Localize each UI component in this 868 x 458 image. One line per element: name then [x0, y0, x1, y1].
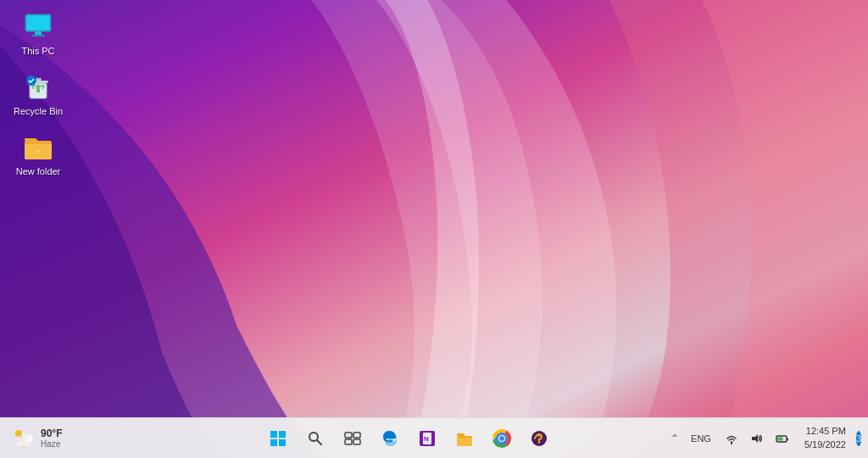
clock[interactable]: 12:45 PM 5/19/2022 [799, 423, 851, 453]
svg-point-38 [499, 436, 504, 441]
svg-text:N: N [424, 435, 429, 443]
language-indicator[interactable]: ENG [687, 432, 715, 445]
desktop-icon-recycle-bin[interactable]: Recycle Bin [8, 69, 68, 120]
recycle-bin-icon [23, 72, 53, 103]
svg-rect-19 [279, 431, 286, 438]
taskbar-right: ⌃ ENG [682, 423, 868, 454]
volume-icon[interactable] [745, 423, 769, 454]
desktop-icon-this-pc[interactable]: This PC [8, 8, 68, 60]
taskbar-center: N [136, 422, 682, 455]
svg-rect-27 [353, 439, 360, 444]
notification-count: 3 [856, 433, 861, 444]
svg-rect-26 [345, 439, 352, 444]
notification-badge[interactable]: 3 [856, 431, 861, 446]
new-folder-icon [23, 132, 53, 163]
svg-rect-43 [787, 438, 788, 440]
svg-rect-32 [457, 438, 472, 446]
weather-temp: 90°F [41, 427, 62, 439]
wifi-icon[interactable] [720, 423, 743, 454]
app7-button[interactable] [522, 422, 556, 455]
svg-rect-2 [27, 16, 49, 30]
clock-time: 12:45 PM [806, 425, 846, 438]
weather-widget[interactable]: 90°F Haze [7, 423, 67, 454]
svg-rect-18 [270, 431, 277, 438]
svg-line-23 [317, 440, 321, 444]
svg-rect-25 [353, 433, 360, 438]
onenote-button[interactable]: N [410, 422, 444, 455]
desktop: This PC [0, 0, 868, 458]
svg-rect-4 [31, 35, 45, 36]
new-folder-label: New folder [16, 166, 61, 177]
edge-button[interactable] [373, 422, 407, 455]
chrome-button[interactable] [485, 422, 519, 455]
weather-text: 90°F Haze [41, 427, 62, 449]
start-button[interactable] [261, 422, 295, 455]
svg-point-40 [538, 434, 541, 437]
this-pc-icon [23, 12, 53, 42]
svg-rect-20 [270, 439, 277, 446]
weather-condition: Haze [41, 439, 62, 449]
clock-date: 5/19/2022 [804, 438, 846, 451]
svg-marker-41 [752, 434, 758, 443]
taskbar-left: 90°F Haze [0, 423, 136, 454]
this-pc-label: This PC [21, 46, 54, 57]
file-explorer-button[interactable] [448, 422, 481, 455]
taskbar: 90°F Haze [0, 417, 868, 458]
svg-rect-44 [777, 437, 782, 440]
desktop-icons: This PC [8, 8, 68, 182]
desktop-icon-new-folder[interactable]: New folder [8, 129, 68, 181]
svg-rect-24 [345, 433, 352, 438]
wallpaper [0, 0, 868, 458]
tray-overflow-button[interactable]: ⌃ [667, 431, 682, 446]
weather-icon [12, 427, 36, 450]
svg-rect-3 [35, 31, 42, 35]
tray-icons [720, 423, 794, 454]
svg-point-17 [15, 430, 22, 437]
svg-rect-16 [17, 441, 31, 446]
svg-rect-21 [279, 439, 286, 446]
search-button[interactable] [298, 422, 332, 455]
battery-icon[interactable] [771, 423, 794, 454]
recycle-bin-label: Recycle Bin [14, 106, 63, 117]
task-view-button[interactable] [336, 422, 370, 455]
